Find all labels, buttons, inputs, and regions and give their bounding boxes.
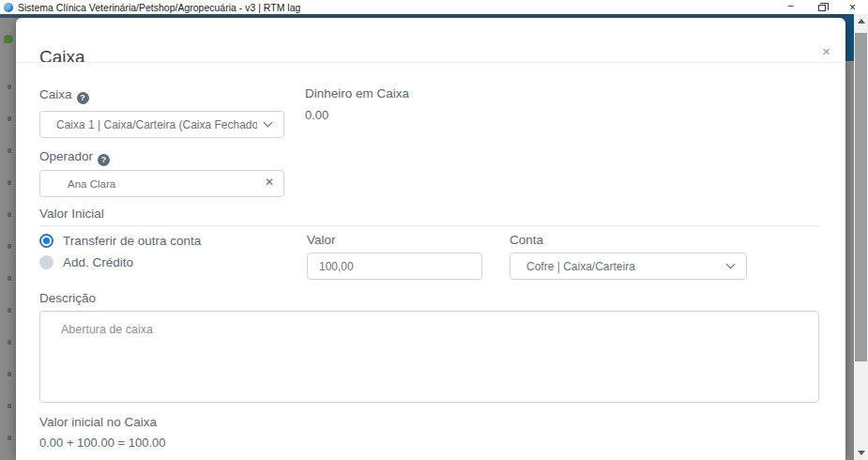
- valor-input[interactable]: [307, 253, 482, 280]
- restore-icon: [818, 5, 826, 11]
- valor-field: [307, 253, 482, 280]
- header-divider: [16, 62, 845, 63]
- scroll-down-button[interactable]: [854, 446, 868, 460]
- app-logo-icon: [4, 35, 13, 43]
- window-restore-button[interactable]: [806, 0, 837, 14]
- window-titlebar: Sistema Clínica Veterinária/Petshop/Agro…: [0, 0, 868, 14]
- radio-transferir[interactable]: Transferir de outra conta: [39, 234, 201, 248]
- modal-close-button[interactable]: ×: [822, 44, 830, 58]
- valor-label: Valor: [307, 233, 336, 247]
- scrollbar-thumb[interactable]: [855, 33, 867, 361]
- caixa-select-value: Caixa 1 | Caixa/Carteira (Caixa Fechado): [40, 118, 257, 131]
- help-icon[interactable]: ?: [77, 92, 89, 104]
- radio-selected-icon: [39, 234, 53, 248]
- chevron-down-icon: [264, 118, 273, 128]
- window-close-button[interactable]: ×: [837, 0, 868, 14]
- window-title: Sistema Clínica Veterinária/Petshop/Agro…: [18, 2, 775, 13]
- caixa-modal: Caixa × Caixa? Caixa 1 | Caixa/Carteira …: [16, 18, 845, 460]
- resumo-label: Valor inicial no Caixa: [39, 415, 157, 429]
- minimize-icon: –: [787, 0, 793, 10]
- valor-inicial-section-label: Valor Inicial: [39, 207, 104, 221]
- radio-add-credito-label: Add. Crédito: [63, 255, 133, 269]
- radio-unselected-icon: [39, 255, 53, 269]
- resumo-equation: 0.00 + 100.00 = 100.00: [39, 436, 165, 450]
- clear-icon[interactable]: ✕: [265, 176, 274, 188]
- operador-label: Operador?: [39, 149, 110, 166]
- conta-select[interactable]: Cofre | Caixa/Carteira: [510, 253, 747, 280]
- app-icon: [4, 3, 13, 12]
- arrow-down-icon: [858, 451, 865, 455]
- window-minimize-button[interactable]: –: [775, 0, 806, 14]
- dimmed-sidebar: [8, 84, 11, 451]
- chevron-down-icon: [726, 260, 736, 269]
- operador-field: ✕: [39, 170, 284, 197]
- scroll-up-button[interactable]: [854, 14, 868, 28]
- radio-add-credito[interactable]: Add. Crédito: [39, 255, 133, 269]
- descricao-textarea[interactable]: Abertura de caixa: [39, 311, 819, 403]
- descricao-label: Descrição: [39, 291, 96, 305]
- operador-input[interactable]: [39, 170, 284, 197]
- conta-label: Conta: [510, 233, 543, 247]
- dinheiro-label: Dinheiro em Caixa: [305, 86, 409, 100]
- help-icon[interactable]: ?: [98, 154, 110, 166]
- section-divider: [39, 225, 819, 226]
- vertical-scrollbar[interactable]: [854, 14, 868, 460]
- caixa-label: Caixa?: [39, 87, 89, 104]
- arrow-up-icon: [858, 19, 865, 23]
- dinheiro-value: 0.00: [305, 108, 328, 122]
- close-icon: ×: [849, 2, 856, 13]
- conta-select-value: Cofre | Caixa/Carteira: [510, 260, 720, 273]
- caixa-select[interactable]: Caixa 1 | Caixa/Carteira (Caixa Fechado): [39, 111, 284, 138]
- modal-title: Caixa: [39, 47, 85, 68]
- radio-transferir-label: Transferir de outra conta: [63, 234, 201, 248]
